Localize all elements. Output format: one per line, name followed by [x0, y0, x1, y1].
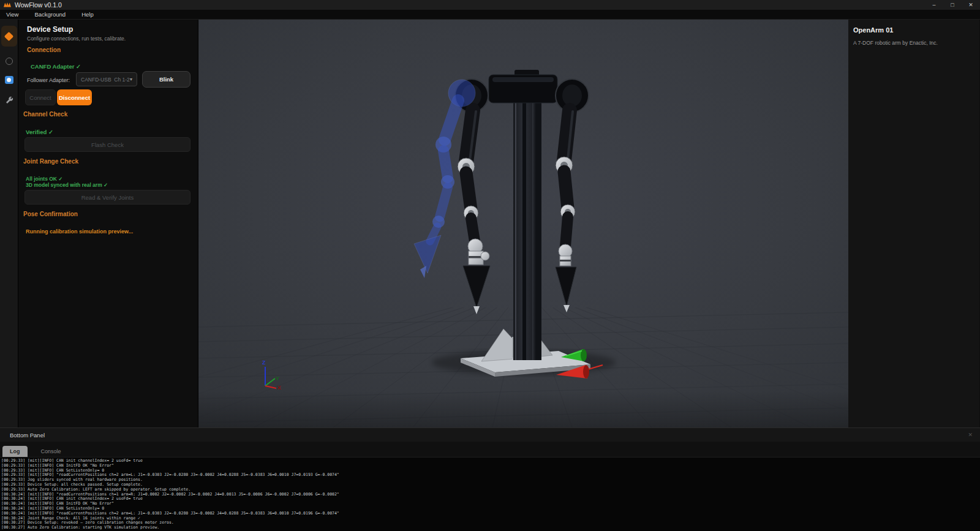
minimize-button[interactable]: – [925, 0, 943, 10]
connect-button[interactable]: Connect [25, 89, 56, 105]
chevron-down-icon: ▾ [130, 77, 132, 82]
app-titlebar[interactable]: WowFlow v0.1.0 – □ ✕ [0, 0, 980, 10]
viewport-bottom-fade [198, 391, 848, 427]
bottom-panel-tabs: Log Console [0, 442, 980, 458]
pose-confirmation-status: Running calibration simulation preview..… [26, 228, 133, 235]
joint-range-status-2: 3D model synced with real arm ✓ [26, 182, 108, 188]
page-title: Device Setup [27, 25, 73, 34]
robot-description: A 7-DOF robotic arm by Enactic, Inc. [853, 40, 938, 46]
main-content: Device Setup Configure connections, run … [0, 20, 980, 427]
follower-adapter-label: Follower Adapter: [27, 77, 70, 83]
axis-label-y: Y [276, 375, 279, 382]
device-setup-panel: Device Setup Configure connections, run … [18, 20, 198, 427]
log-output[interactable]: [00:29:33] [mit][INFO] CAN init channelI… [0, 458, 980, 531]
activity-item-device-setup[interactable] [1, 26, 17, 47]
log-line: [00:30:24] [mit][INFO] CAN init channelI… [1, 497, 980, 502]
disconnect-button[interactable]: Disconnect [57, 89, 92, 105]
tab-console[interactable]: Console [34, 446, 69, 457]
blink-button[interactable]: Blink [142, 71, 190, 88]
bottom-panel-header[interactable]: Bottom Panel ✕ [0, 428, 980, 442]
close-button[interactable]: ✕ [962, 0, 980, 10]
section-joint-range-check: Joint Range Check [23, 158, 78, 165]
bottom-panel-close-icon[interactable]: ✕ [968, 432, 973, 438]
log-line: [00:29:33] [mit][INFO] CAN InitFD OK "No… [1, 464, 980, 469]
canfd-adapter-status: CANFD Adapter ✓ [31, 63, 81, 70]
tab-log[interactable]: Log [2, 446, 28, 457]
channel-check-status: Verified ✓ [26, 129, 53, 135]
section-channel-check: Channel Check [23, 111, 67, 118]
robot-scene: Z Y X [198, 20, 848, 427]
flash-check-button[interactable]: Flash Check [24, 137, 190, 152]
app-logo-icon [4, 2, 11, 8]
log-line: [00:30:27] Auto Zero Calibration: starti… [1, 525, 980, 530]
axis-label-z: Z [262, 360, 266, 366]
log-line: [00:29:33] [mit][INFO] "readCurrentPosit… [1, 473, 980, 478]
camera-icon[interactable] [5, 76, 13, 84]
bottom-panel-title: Bottom Panel [10, 432, 45, 439]
activity-bar [0, 20, 18, 427]
wrench-icon[interactable] [4, 95, 13, 104]
menubar: ViewBackgroundHelp [0, 10, 980, 20]
viewport-3d[interactable]: Z Y X [198, 20, 848, 427]
log-line: [00:30:24] [mit][INFO] "readCurrentPosit… [1, 511, 980, 516]
window-controls: – □ ✕ [925, 0, 980, 10]
page-subtitle: Configure connections, run tests, calibr… [27, 36, 126, 42]
maximize-button[interactable]: □ [943, 0, 962, 10]
joint-range-status-1: All joints OK ✓ [26, 176, 62, 182]
axis-label-x: X [277, 385, 281, 391]
read-verify-joints-button[interactable]: Read & Verify Joints [24, 190, 190, 205]
menu-item[interactable]: Help [81, 11, 94, 18]
circle-icon[interactable] [6, 58, 13, 65]
section-connection: Connection [27, 47, 61, 53]
window-title: WowFlow v0.1.0 [15, 1, 62, 9]
diamond-icon [4, 31, 14, 41]
robot-name: OpenArm 01 [853, 26, 893, 34]
log-line: [00:30:24] [mit][INFO] "readCurrentPosit… [1, 492, 980, 497]
menu-item[interactable]: Background [34, 11, 66, 18]
log-line: [00:30:24] [mit][INFO] CAN InitFD OK "No… [1, 502, 980, 507]
log-line: [00:29:33] Jog sliders synced with real … [1, 478, 980, 483]
log-line: [00:29:33] [mit][INFO] CAN init channelI… [1, 459, 980, 464]
info-panel: OpenArm 01 A 7-DOF robotic arm by Enacti… [848, 20, 979, 427]
section-pose-confirmation: Pose Confirmation [23, 211, 78, 217]
app-window: WowFlow v0.1.0 – □ ✕ ViewBackgroundHelp … [0, 0, 980, 531]
follower-adapter-value: CANFD-USB Ch 1-2 [81, 77, 130, 83]
menu-item[interactable]: View [6, 11, 18, 18]
bottom-panel: Bottom Panel ✕ Log Console [00:29:33] [m… [0, 427, 980, 531]
follower-adapter-select[interactable]: CANFD-USB Ch 1-2 ▾ [76, 72, 137, 86]
